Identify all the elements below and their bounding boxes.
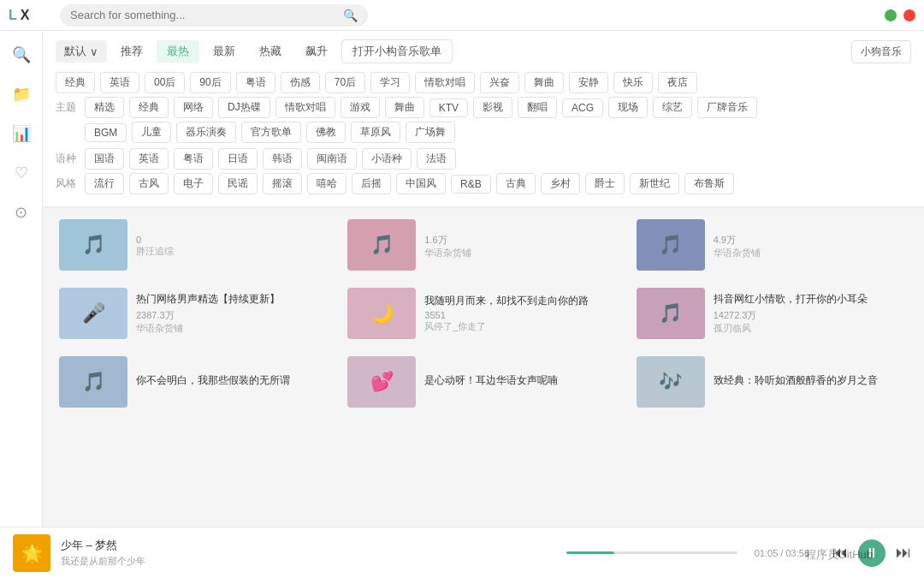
filter-tag-country[interactable]: 乡村	[541, 173, 580, 194]
next-button[interactable]: ⏭	[896, 544, 911, 562]
sidebar-item-search[interactable]: 🔍	[6, 39, 37, 70]
filter-tag-dj[interactable]: DJ热碟	[218, 97, 270, 118]
theme-filter-row2: BGM 儿童 器乐演奏 官方歌单 佛教 草原风 广场舞	[56, 122, 911, 143]
player-lyrics: 我还是从前那个少年	[61, 555, 556, 568]
period-filter-row: 经典 英语 00后 90后 粤语 伤感 70后 学习 情歌对唱 兴奋 舞曲 安静…	[56, 72, 911, 93]
filter-tag-japanese[interactable]: 日语	[218, 148, 258, 170]
filter-tag-90s[interactable]: 90后	[190, 72, 230, 93]
xiaogou-badge[interactable]: 小狗音乐	[851, 40, 911, 63]
filter-tag-70s[interactable]: 70后	[325, 72, 365, 93]
filter-tag-duet[interactable]: 情歌对唱	[415, 72, 475, 93]
tab-zuixin[interactable]: 最新	[203, 40, 246, 63]
music-card-8[interactable]: 💕 是心动呀！耳边华语女声呢喃	[344, 353, 622, 411]
filter-tag-ancient[interactable]: 古风	[129, 173, 169, 194]
tab-default[interactable]: 默认 ∨	[56, 40, 107, 63]
tab-xiaogou-open[interactable]: 打开小构音乐歌单	[341, 39, 453, 63]
search-input[interactable]	[70, 9, 343, 21]
filter-tag-french[interactable]: 法语	[417, 148, 456, 170]
filter-tag-official[interactable]: 官方歌单	[241, 122, 301, 143]
music-card-1[interactable]: 🎵 0 胖汪追综	[56, 216, 334, 274]
filter-tag-excited[interactable]: 兴奋	[480, 72, 519, 93]
filter-tag-classic2[interactable]: 经典	[129, 97, 169, 118]
filter-tag-instrumental[interactable]: 器乐演奏	[176, 122, 236, 143]
sidebar: 🔍 📁 📊 ♡ ⊙	[0, 31, 43, 527]
filter-tag-cantonese[interactable]: 粤语	[236, 72, 275, 93]
filter-tag-english[interactable]: 英语	[100, 72, 139, 93]
search-bar[interactable]: 🔍	[60, 4, 368, 27]
sidebar-item-history[interactable]: ⊙	[6, 197, 37, 228]
music-card-5[interactable]: 🌙 我随明月而来，却找不到走向你的路 3551 风停了_你走了	[344, 284, 622, 343]
filter-tag-happy[interactable]: 快乐	[613, 72, 653, 93]
filter-tag-dance[interactable]: 舞曲	[524, 72, 564, 93]
watermark: 程序员GitHub	[805, 547, 873, 563]
filter-tag-sad[interactable]: 伤感	[281, 72, 320, 93]
filter-tag-film[interactable]: 影视	[473, 97, 512, 118]
player-progress-bar[interactable]	[566, 551, 737, 554]
filter-tag-network[interactable]: 网络	[174, 97, 213, 118]
filter-tag-classical[interactable]: 古典	[496, 173, 536, 194]
filter-tag-wuqu[interactable]: 舞曲	[385, 97, 424, 118]
tab-tuijian[interactable]: 推荐	[110, 40, 153, 63]
filter-tag-game[interactable]: 游戏	[341, 97, 380, 118]
music-card-6[interactable]: 🎵 抖音网红小情歌，打开你的小耳朵 14272.3万 孤刃临风	[633, 284, 911, 343]
sidebar-item-favorites[interactable]: ♡	[6, 158, 37, 188]
filter-tag-classic[interactable]: 经典	[56, 72, 95, 93]
filter-tag-english2[interactable]: 英语	[129, 148, 169, 170]
tab-default-label: 默认	[64, 44, 86, 59]
player-time: 01:05 / 03:56	[755, 548, 809, 558]
filter-tag-quiet[interactable]: 安静	[569, 72, 608, 93]
filter-tag-label[interactable]: 厂牌音乐	[697, 97, 757, 118]
filter-tag-korean[interactable]: 韩语	[263, 148, 302, 170]
filter-tag-chinese[interactable]: 中国风	[396, 173, 446, 194]
filter-tag-buddhist[interactable]: 佛教	[306, 122, 346, 143]
filter-tag-hokkien[interactable]: 闽南语	[307, 148, 357, 170]
filter-tag-blues[interactable]: 布鲁斯	[684, 173, 734, 194]
filter-tag-cover[interactable]: 翻唱	[518, 97, 557, 118]
filter-tag-acg[interactable]: ACG	[562, 98, 603, 117]
tab-recang[interactable]: 热藏	[249, 40, 292, 63]
music-card-9[interactable]: 🎶 致经典：聆听如酒般醇香的岁月之音	[633, 353, 911, 411]
filter-tag-bgm[interactable]: BGM	[85, 123, 127, 142]
window-close-button[interactable]	[903, 9, 915, 21]
filter-tag-qingge[interactable]: 情歌对唱	[275, 97, 335, 118]
filter-tag-grassland[interactable]: 草原风	[351, 122, 400, 143]
filter-tag-minority[interactable]: 小语种	[362, 148, 412, 170]
window-minimize-button[interactable]	[885, 9, 897, 21]
tab-zuire[interactable]: 最热	[157, 40, 199, 63]
music-card-2[interactable]: 🎵 1.6万 华语杂货铺	[344, 216, 622, 274]
music-info-9: 致经典：聆听如酒般醇香的岁月之音	[714, 373, 908, 390]
filter-tag-children[interactable]: 儿童	[132, 122, 171, 143]
music-card-3[interactable]: 🎵 4.9万 华语杂货铺	[633, 216, 911, 274]
filter-tag-mandarin[interactable]: 国语	[85, 148, 124, 170]
music-count-6: 14272.3万	[714, 309, 908, 322]
filter-tag-electronic[interactable]: 电子	[174, 173, 213, 194]
filter-tag-jingxuan[interactable]: 精选	[85, 97, 124, 118]
filter-tag-cantonese2[interactable]: 粤语	[174, 148, 213, 170]
filter-tag-study[interactable]: 学习	[370, 72, 410, 93]
sidebar-item-library[interactable]: 📁	[6, 79, 37, 110]
scroll-content[interactable]: 🎵 0 胖汪追综 🎵 1.6万 华语杂货铺	[43, 207, 924, 527]
filter-tag-rnb[interactable]: R&B	[451, 175, 491, 194]
music-card-7[interactable]: 🎵 你不会明白，我那些假装的无所谓	[56, 353, 334, 411]
filter-tag-rock[interactable]: 摇滚	[263, 173, 302, 194]
music-title-5: 我随明月而来，却找不到走向你的路	[424, 294, 619, 308]
music-card-4[interactable]: 🎤 热门网络男声精选【持续更新】 2387.3万 华语杂货铺	[56, 284, 334, 343]
music-info-7: 你不会明白，我那些假装的无所谓	[136, 373, 330, 390]
filter-tag-square[interactable]: 广场舞	[406, 122, 455, 143]
style-label: 风格	[56, 176, 80, 191]
search-button[interactable]: 🔍	[343, 9, 358, 22]
filter-tag-pop[interactable]: 流行	[85, 173, 124, 194]
filter-tag-postrock[interactable]: 后摇	[352, 173, 391, 194]
filter-tag-hiphop[interactable]: 嘻哈	[307, 173, 346, 194]
filter-tag-nightclub[interactable]: 夜店	[658, 72, 697, 93]
filter-tag-ktv[interactable]: KTV	[429, 98, 468, 117]
filter-tag-folk[interactable]: 民谣	[218, 173, 258, 194]
sidebar-item-chart[interactable]: 📊	[6, 118, 37, 149]
filter-tag-00s[interactable]: 00后	[145, 72, 185, 93]
filter-tag-live[interactable]: 现场	[608, 97, 648, 118]
tab-fengsheng[interactable]: 飙升	[295, 40, 338, 63]
filter-tag-jazz[interactable]: 爵士	[585, 173, 625, 194]
filter-tag-newage[interactable]: 新世纪	[630, 173, 679, 194]
music-info-8: 是心动呀！耳边华语女声呢喃	[424, 373, 619, 390]
filter-tag-variety[interactable]: 综艺	[653, 97, 692, 118]
